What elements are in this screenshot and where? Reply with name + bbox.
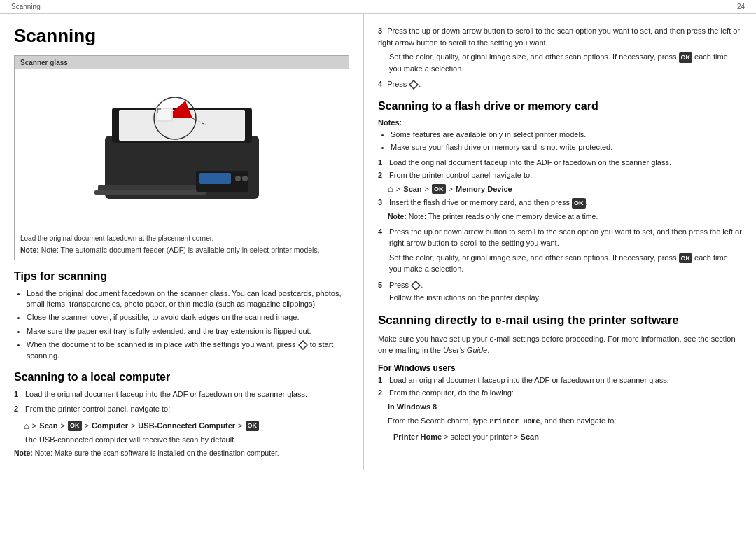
diamond-icon-flash — [411, 281, 421, 290]
tip-item-1: Load the original document facedown on t… — [27, 288, 349, 310]
flash-note-2: Make sure your flash drive or memory car… — [391, 142, 742, 153]
right-step4: 4 Press . — [378, 78, 742, 90]
page-title: Scanning — [14, 25, 349, 47]
tip-item-3: Make sure the paper exit tray is fully e… — [27, 326, 349, 337]
left-column: Scanning Scanner glass — [0, 14, 364, 470]
email-step-1: 1 Load an original document faceup into … — [378, 376, 742, 384]
win8-section: In Windows 8 From the Search charm, type… — [388, 401, 742, 443]
top-bar-left: Scanning — [11, 3, 41, 10]
svg-point-9 — [242, 176, 248, 181]
local-computer-title: Scanning to a local computer — [14, 371, 349, 384]
svg-marker-19 — [412, 281, 420, 290]
email-steps: 1 Load an original document faceup into … — [378, 376, 742, 397]
home-icon: ⌂ — [24, 421, 29, 431]
ok-btn-2: OK — [246, 421, 260, 431]
flash-step-4: 4 Press the up or down arrow button to s… — [378, 226, 742, 249]
win8-title: In Windows 8 — [388, 401, 742, 413]
ok-btn-1: OK — [68, 421, 82, 431]
ok-btn-flash-3: OK — [572, 198, 586, 209]
diamond-icon-tips — [298, 340, 308, 350]
flash-step4-color: Set the color, quality, original image s… — [389, 252, 742, 275]
svg-rect-5 — [94, 190, 206, 195]
diamond-icon-step4 — [409, 80, 419, 90]
email-section-title: Scanning directly to e-mail using the pr… — [378, 314, 742, 328]
flash-steps: 1 Load the original document faceup into… — [378, 158, 742, 179]
local-computer-steps: 1 Load the original document faceup into… — [14, 389, 349, 415]
ok-btn-inline: OK — [679, 52, 693, 63]
flash-nav-path: ⌂ > Scan > OK > Memory Device — [388, 183, 742, 194]
right-column: 3 Press the up or down arrow button to s… — [364, 14, 756, 470]
tip-item-2: Close the scanner cover, if possible, to… — [27, 312, 349, 323]
win8-nav: Printer Home > select your printer > Sca… — [393, 431, 742, 443]
flash-home-icon: ⌂ — [388, 183, 393, 194]
win8-code: Printer Home — [490, 418, 540, 426]
tips-section-title: Tips for scanning — [14, 270, 349, 283]
scanner-caption: Load the original document facedown at t… — [15, 230, 349, 260]
flash-step-5: 5 Press . — [378, 279, 742, 291]
flash-step-2: 2 From the printer control panel navigat… — [378, 171, 742, 179]
local-step-2-note: The USB-connected computer will receive … — [24, 435, 349, 444]
local-note: Note: Note: Make sure the scan software … — [14, 448, 349, 458]
right-step3-color: Set the color, quality, original image s… — [389, 51, 742, 74]
right-step3-text: 3 Press the up or down arrow button to s… — [378, 25, 742, 48]
flash-note-1: Some features are available only in sele… — [391, 129, 742, 140]
scanner-caption-text: Load the original document facedown at t… — [20, 234, 343, 242]
flash-ok-btn: OK — [432, 184, 446, 195]
flash-step-3: 3 Insert the flash drive or memory card,… — [378, 198, 742, 209]
local-step-2: 2 From the printer control panel, naviga… — [14, 404, 349, 414]
flash-steps-cont: 3 Insert the flash drive or memory card,… — [378, 198, 742, 209]
svg-marker-17 — [299, 341, 307, 349]
scanner-box: Scanner glass — [14, 55, 349, 260]
tip-item-4: When the document to be scanned is in pl… — [27, 339, 349, 361]
local-step-1: 1 Load the original document faceup into… — [14, 389, 349, 400]
top-bar: Scanning 24 — [0, 0, 756, 14]
ok-btn-flash-4: OK — [679, 253, 693, 264]
top-bar-right: 24 — [737, 3, 745, 10]
scanner-note: Note: Note: The automatic document feede… — [20, 245, 343, 255]
local-nav-path: ⌂ > Scan > OK > Computer > USB-Connected… — [24, 421, 349, 431]
svg-marker-18 — [410, 80, 418, 89]
svg-rect-13 — [158, 109, 172, 120]
svg-point-8 — [235, 176, 241, 181]
email-step-2: 2 From the computer, do the following: — [378, 388, 742, 397]
tips-list: Load the original document facedown on t… — [14, 288, 349, 361]
flash-step-1: 1 Load the original document faceup into… — [378, 158, 742, 167]
flash-notes-box: Notes: Some features are available only … — [378, 118, 742, 153]
content-area: Scanning Scanner glass — [0, 14, 756, 470]
svg-rect-7 — [200, 173, 231, 184]
flash-drive-title: Scanning to a flash drive or memory card — [378, 100, 742, 113]
windows-users-title: For Windows users — [378, 363, 742, 373]
email-intro: Make sure you have set up your e-mail se… — [378, 333, 742, 356]
notes-label: Notes: — [378, 118, 742, 127]
flash-step3-note: Note: Note: The printer reads only one m… — [388, 211, 742, 222]
scanner-box-header: Scanner glass — [15, 56, 349, 69]
scanner-illustration — [63, 80, 301, 220]
flash-notes-list: Some features are available only in sele… — [378, 129, 742, 153]
win8-text: From the Search charm, type Printer Home… — [388, 415, 742, 427]
scanner-image-area — [15, 69, 349, 230]
flash-step5-follow: Follow the instructions on the printer d… — [389, 292, 742, 304]
